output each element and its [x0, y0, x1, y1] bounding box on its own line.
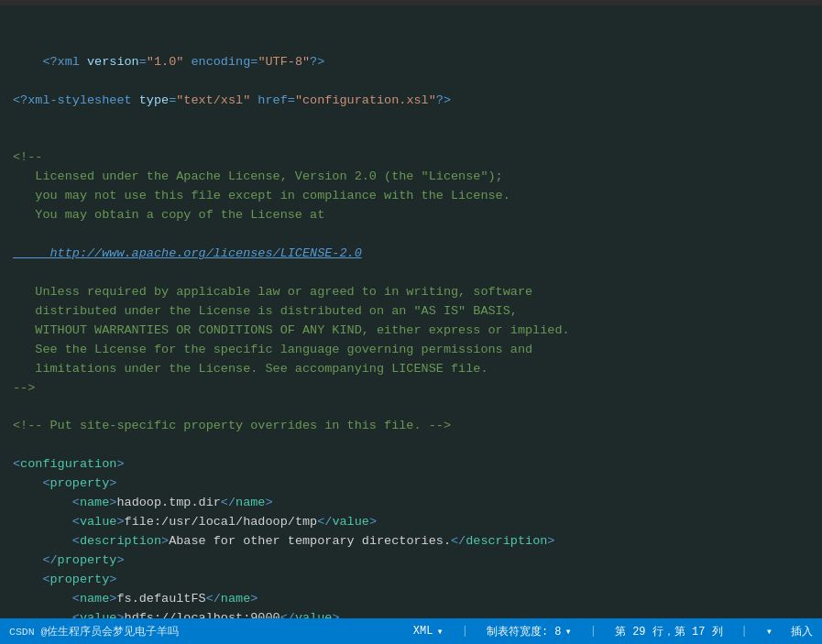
comment-4: Unless required by applicable law or agr… [13, 285, 532, 299]
property1-desc: <description>Abase for other temporary d… [13, 534, 554, 548]
divider2: | [590, 625, 597, 638]
divider3: | [741, 625, 748, 638]
comment-5: distributed under the License is distrib… [13, 304, 518, 318]
watermark: CSDN @佐生程序员会梦见电子羊吗 [9, 625, 179, 639]
language-dropdown-icon: ▾ [436, 625, 443, 639]
comment-open: <!-- [13, 150, 42, 164]
language-label: XML [413, 625, 433, 638]
config-open: <configuration> [13, 457, 125, 471]
mode-selector[interactable]: ▾ [766, 625, 773, 639]
property2-name: <name>fs.defaultFS</name> [13, 592, 258, 606]
property2-open: <property> [13, 573, 116, 586]
comment-close: --> [13, 381, 35, 395]
comment-6: WITHOUT WARRANTIES OR CONDITIONS OF ANY … [13, 323, 570, 337]
comment-inline: <!-- Put site-specific property override… [13, 419, 451, 432]
comment-2: you may not use this file except in comp… [13, 189, 510, 202]
tab-width-selector[interactable]: 制表符宽度: 8 ▾ [487, 624, 572, 639]
property1-open: <property> [13, 476, 116, 490]
code-content: <?xml version="1.0" encoding="UTF-8"?> <… [0, 11, 822, 618]
comment-1: Licensed under the Apache License, Versi… [13, 169, 503, 183]
insert-mode-text: 插入 [791, 624, 813, 639]
status-bar: CSDN @佐生程序员会梦见电子羊吗 XML ▾ | 制表符宽度: 8 ▾ | … [0, 618, 822, 644]
xml-pi: <?xml-stylesheet type="text/xsl" href="c… [13, 93, 451, 107]
comment-3: You may obtain a copy of the License at [13, 208, 324, 222]
position-text: 第 29 行，第 17 列 [615, 624, 723, 639]
comment-7: See the License for the specific languag… [13, 343, 532, 356]
mode-arrow-icon: ▾ [766, 625, 773, 639]
insert-mode: 插入 [791, 624, 813, 639]
divider1: | [462, 625, 468, 638]
comment-8: limitations under the License. See accom… [13, 362, 488, 376]
comment-link: http://www.apache.org/licenses/LICENSE-2… [13, 246, 362, 260]
property2-value: <value>hdfs://localhost:9000</value> [13, 611, 340, 618]
tab-width-label: 制表符宽度: 8 [487, 624, 562, 639]
editor-area: <?xml version="1.0" encoding="UTF-8"?> <… [0, 5, 822, 618]
tab-width-icon: ▾ [565, 625, 572, 639]
property1-value: <value>file:/usr/local/hadoop/tmp</value… [13, 515, 377, 529]
cursor-position: 第 29 行，第 17 列 [615, 624, 723, 639]
language-selector[interactable]: XML ▾ [413, 625, 444, 639]
xml-decl: <?xml version="1.0" encoding="UTF-8"?> [42, 55, 324, 69]
property1-close: </property> [13, 553, 125, 567]
property1-name: <name>hadoop.tmp.dir</name> [13, 496, 273, 509]
